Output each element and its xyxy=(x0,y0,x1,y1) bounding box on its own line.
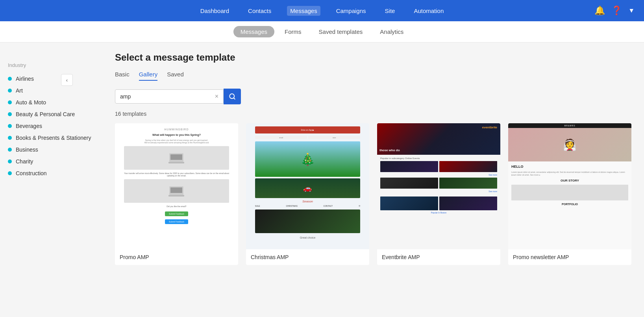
thumb-eventbrite-popular-text: Popular in subcategory Online Events xyxy=(380,157,497,159)
thumb-event-item-2 xyxy=(439,161,497,172)
thumb-event-item-1 xyxy=(380,161,438,172)
thumb-body-text: Your transfer will arrive most effective… xyxy=(124,172,229,177)
template-thumbnail-eventbrite-amp: eventbrite those who do Popular in subca… xyxy=(377,123,500,249)
nav-automation[interactable]: Automation xyxy=(411,6,447,16)
template-name-eventbrite-amp: Eventbrite AMP xyxy=(377,249,500,265)
search-submit-button[interactable] xyxy=(224,89,241,104)
svg-rect-4 xyxy=(168,162,184,163)
thumb-subtext: Spring is the time when you feel full of… xyxy=(144,139,209,144)
tab-basic[interactable]: Basic xyxy=(115,71,130,81)
template-tabs: Basic Gallery Saved xyxy=(115,71,631,81)
help-icon[interactable]: ❓ xyxy=(611,6,622,16)
template-card-promo-amp[interactable]: HUMMINGBIRD What will happen to you this… xyxy=(115,123,238,265)
dot-icon xyxy=(8,171,12,175)
template-thumbnail-promo-newsletter-amp: MR&MRS 👰 HELLO Lorem ipsum dolor sit ame… xyxy=(508,123,631,249)
subnav-analytics[interactable]: Analytics xyxy=(373,26,411,37)
template-name-christmas-amp: Christmas AMP xyxy=(246,249,369,265)
thumb-newsletter-hero-image: 👰 xyxy=(508,128,631,161)
sidebar-item-label: Business xyxy=(16,146,38,153)
thumb-newsletter-body: Lorem ipsum dolor sit amet, consectetur … xyxy=(511,171,628,176)
bell-icon[interactable]: 🔔 xyxy=(594,6,605,16)
nav-messages[interactable]: Messages xyxy=(287,6,320,16)
sidebar-category-list: Airlines Art Auto & Moto Beauty & Person… xyxy=(8,73,102,179)
thumb-secondary-cta: Submit Feedback xyxy=(165,219,188,224)
sidebar-item-label: Auto & Moto xyxy=(16,99,46,106)
sidebar-item-label: Books & Presents & Stationery xyxy=(16,135,91,141)
template-card-promo-newsletter-amp[interactable]: MR&MRS 👰 HELLO Lorem ipsum dolor sit ame… xyxy=(508,123,631,265)
sidebar-item-auto-moto[interactable]: Auto & Moto xyxy=(8,96,102,108)
thumb-event-item-4 xyxy=(439,178,497,189)
nav-contacts[interactable]: Contacts xyxy=(245,6,274,16)
thumb-eventbrite-event-grid xyxy=(380,161,497,172)
thumb-bottom-item-1 xyxy=(380,197,438,210)
template-thumbnail-promo-amp: HUMMINGBIRD What will happen to you this… xyxy=(115,123,238,249)
sidebar-toggle-button[interactable]: ‹ xyxy=(61,74,73,86)
page-title: Select a message template xyxy=(115,52,631,63)
thumb-event-item-3 xyxy=(380,178,438,189)
sidebar-item-airlines[interactable]: Airlines xyxy=(8,73,102,85)
tab-saved[interactable]: Saved xyxy=(167,71,184,81)
sidebar: ‹ Industry Airlines Art Auto & Moto Beau… xyxy=(0,43,102,317)
account-dropdown[interactable]: ▼ xyxy=(628,7,635,14)
sidebar-item-label: Beverages xyxy=(16,123,42,129)
thumb-bottom-item-2 xyxy=(439,197,497,210)
svg-rect-6 xyxy=(170,187,182,193)
top-nav-links: Dashboard Contacts Messages Campaigns Si… xyxy=(197,6,447,16)
subnav-forms[interactable]: Forms xyxy=(278,26,309,37)
thumb-christmas-header: Drive on App ▶ xyxy=(255,126,360,133)
search-clear-button[interactable]: × xyxy=(215,93,218,100)
template-card-eventbrite-amp[interactable]: eventbrite those who do Popular in subca… xyxy=(377,123,500,265)
template-count: 16 templates xyxy=(115,111,631,117)
dot-icon xyxy=(8,136,12,140)
thumb-christmas-car-section: 🚗 xyxy=(255,178,360,198)
subnav-saved-templates[interactable]: Saved templates xyxy=(312,26,370,37)
thumb-eventbrite-popular-boston: Popular in Boston xyxy=(380,211,497,214)
thumb-newsletter-portfolio: PORTFOLIO xyxy=(511,203,628,206)
subnav-messages[interactable]: Messages xyxy=(233,26,274,37)
laptop-illustration xyxy=(168,152,184,163)
template-name-promo-newsletter-amp: Promo newsletter AMP xyxy=(508,249,631,265)
sidebar-item-beauty[interactable]: Beauty & Personal Care xyxy=(8,108,102,120)
thumb-christmas-bottom-image xyxy=(255,209,360,233)
dot-icon xyxy=(8,100,12,104)
thumb-eventbrite-see-more-2: See more xyxy=(380,190,497,193)
svg-line-1 xyxy=(233,98,235,99)
thumb-newsletter-brand: MR&MRS xyxy=(564,124,575,127)
svg-rect-3 xyxy=(170,154,182,160)
top-nav-icons: 🔔 ❓ ▼ xyxy=(594,6,635,16)
thumb-eventbrite-logo: eventbrite xyxy=(482,126,497,129)
thumb-eventbrite-bottom: Popular in Boston xyxy=(377,195,500,215)
sidebar-item-charity[interactable]: Charity xyxy=(8,156,102,167)
top-nav: Dashboard Contacts Messages Campaigns Si… xyxy=(0,0,644,21)
thumb-image-2 xyxy=(124,179,229,203)
sidebar-item-art[interactable]: Art xyxy=(8,85,102,96)
nav-site[interactable]: Site xyxy=(382,6,398,16)
industry-label: Industry xyxy=(8,62,102,68)
thumb-cta-button: Submit Feedback xyxy=(165,211,188,216)
thumb-christmas-season-text: Season xyxy=(302,200,313,203)
thumb-christmas-hero-image xyxy=(255,141,360,177)
nav-campaigns[interactable]: Campaigns xyxy=(333,6,369,16)
dot-icon xyxy=(8,159,12,163)
thumb-christmas-great-choice: Great choice xyxy=(300,236,316,239)
sidebar-item-business[interactable]: Business xyxy=(8,144,102,156)
tab-gallery[interactable]: Gallery xyxy=(139,71,158,81)
dot-icon xyxy=(8,148,12,152)
template-card-christmas-amp[interactable]: Drive on App ▶ email store 🚗 Season SALE… xyxy=(246,123,369,265)
search-bar: × xyxy=(115,89,241,104)
sidebar-item-beverages[interactable]: Beverages xyxy=(8,120,102,132)
thumb-eventbrite-bottom-grid xyxy=(380,197,497,210)
thumb-image-1 xyxy=(124,146,229,170)
main-layout: ‹ Industry Airlines Art Auto & Moto Beau… xyxy=(0,43,644,317)
thumb-eventbrite-hero-text: those who do xyxy=(379,148,400,152)
search-input[interactable] xyxy=(120,93,212,100)
thumb-christmas-links: email store xyxy=(255,136,360,139)
sidebar-item-label: Construction xyxy=(16,170,47,176)
sidebar-item-construction[interactable]: Construction xyxy=(8,167,102,179)
nav-dashboard[interactable]: Dashboard xyxy=(197,6,232,16)
thumb-footer-text: Did you like the email? xyxy=(124,205,229,208)
thumb-eventbrite-content: Popular in subcategory Online Events See… xyxy=(377,155,500,195)
sidebar-item-label: Art xyxy=(16,87,23,94)
thumb-newsletter-our-story: OUR STORY xyxy=(511,179,628,182)
sidebar-item-books[interactable]: Books & Presents & Stationery xyxy=(8,132,102,144)
